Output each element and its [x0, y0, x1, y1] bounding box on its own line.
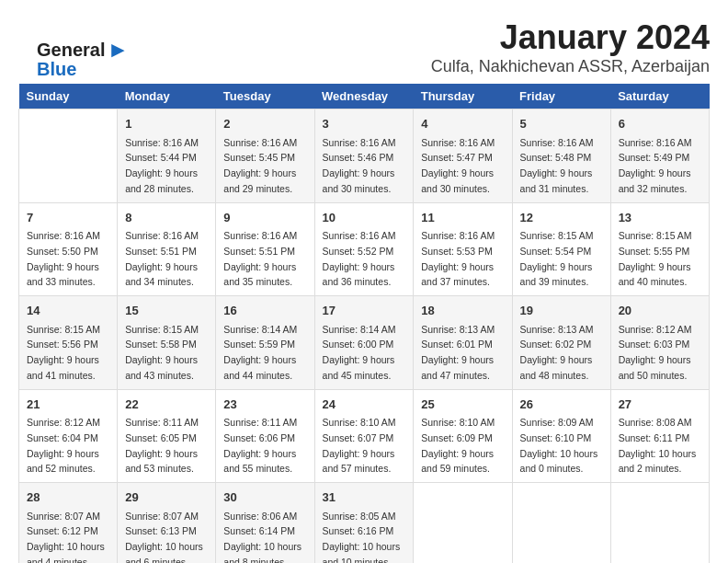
daylight-text: Daylight: 9 hours and 45 minutes.: [323, 354, 395, 381]
cell-week4-day3: 24 Sunrise: 8:10 AM Sunset: 6:07 PM Dayl…: [314, 389, 414, 483]
sunrise-text: Sunrise: 8:07 AM: [27, 511, 100, 522]
header-saturday: Saturday: [610, 84, 709, 109]
cell-week2-day0: 7 Sunrise: 8:16 AM Sunset: 5:50 PM Dayli…: [19, 202, 118, 296]
cell-week3-day6: 20 Sunrise: 8:12 AM Sunset: 6:03 PM Dayl…: [610, 296, 709, 390]
day-number: 25: [421, 396, 504, 414]
day-number: 10: [323, 209, 406, 227]
day-number: 6: [619, 115, 701, 133]
header-friday: Friday: [512, 84, 610, 109]
sunrise-text: Sunrise: 8:16 AM: [619, 137, 692, 148]
sunset-text: Sunset: 5:55 PM: [619, 246, 690, 257]
sunset-text: Sunset: 6:09 PM: [421, 432, 493, 443]
sunrise-text: Sunrise: 8:16 AM: [323, 137, 396, 148]
cell-week3-day5: 19 Sunrise: 8:13 AM Sunset: 6:02 PM Dayl…: [512, 296, 610, 390]
sunset-text: Sunset: 5:58 PM: [125, 339, 197, 350]
week-row-1: 1 Sunrise: 8:16 AM Sunset: 5:44 PM Dayli…: [19, 109, 710, 203]
cell-week4-day1: 22 Sunrise: 8:11 AM Sunset: 6:05 PM Dayl…: [118, 389, 216, 483]
day-number: 26: [520, 396, 603, 414]
day-number: 2: [223, 115, 306, 133]
day-number: 1: [125, 115, 208, 133]
header-thursday: Thursday: [414, 84, 512, 109]
daylight-text: Daylight: 10 hours and 0 minutes.: [520, 448, 598, 475]
day-number: 11: [421, 209, 504, 227]
weekday-header-row: Sunday Monday Tuesday Wednesday Thursday…: [19, 84, 710, 109]
sunset-text: Sunset: 6:00 PM: [323, 339, 394, 350]
day-number: 4: [421, 115, 504, 133]
cell-week4-day0: 21 Sunrise: 8:12 AM Sunset: 6:04 PM Dayl…: [19, 389, 118, 483]
sunset-text: Sunset: 6:13 PM: [125, 525, 197, 536]
cell-week5-day3: 31 Sunrise: 8:05 AM Sunset: 6:16 PM Dayl…: [314, 483, 414, 564]
day-number: 24: [323, 396, 406, 414]
cell-week1-day3: 3 Sunrise: 8:16 AM Sunset: 5:46 PM Dayli…: [314, 109, 414, 203]
daylight-text: Daylight: 10 hours and 2 minutes.: [619, 448, 697, 475]
cell-week4-day6: 27 Sunrise: 8:08 AM Sunset: 6:11 PM Dayl…: [610, 389, 709, 483]
cell-week3-day4: 18 Sunrise: 8:13 AM Sunset: 6:01 PM Dayl…: [414, 296, 512, 390]
daylight-text: Daylight: 9 hours and 53 minutes.: [125, 448, 198, 475]
sunset-text: Sunset: 5:50 PM: [27, 246, 98, 257]
daylight-text: Daylight: 9 hours and 48 minutes.: [520, 354, 593, 381]
calendar-table: Sunday Monday Tuesday Wednesday Thursday…: [18, 84, 710, 563]
daylight-text: Daylight: 9 hours and 50 minutes.: [619, 354, 691, 381]
daylight-text: Daylight: 9 hours and 40 minutes.: [619, 261, 691, 288]
daylight-text: Daylight: 10 hours and 6 minutes.: [125, 541, 203, 563]
sunrise-text: Sunrise: 8:16 AM: [520, 137, 594, 148]
sunrise-text: Sunrise: 8:13 AM: [421, 324, 495, 335]
sunrise-text: Sunrise: 8:09 AM: [520, 417, 594, 428]
daylight-text: Daylight: 9 hours and 55 minutes.: [223, 448, 296, 475]
sunrise-text: Sunrise: 8:11 AM: [223, 417, 297, 428]
cell-week5-day2: 30 Sunrise: 8:06 AM Sunset: 6:14 PM Dayl…: [216, 483, 314, 564]
cell-week2-day6: 13 Sunrise: 8:15 AM Sunset: 5:55 PM Dayl…: [610, 202, 709, 296]
sunrise-text: Sunrise: 8:16 AM: [223, 230, 297, 241]
sunset-text: Sunset: 6:11 PM: [619, 432, 690, 443]
sunset-text: Sunset: 6:12 PM: [27, 525, 98, 536]
cell-week2-day1: 8 Sunrise: 8:16 AM Sunset: 5:51 PM Dayli…: [118, 202, 216, 296]
sunrise-text: Sunrise: 8:10 AM: [421, 417, 495, 428]
logo-blue: Blue: [37, 59, 76, 80]
daylight-text: Daylight: 9 hours and 41 minutes.: [27, 354, 99, 381]
day-number: 28: [27, 488, 109, 507]
sunset-text: Sunset: 5:51 PM: [125, 246, 197, 257]
daylight-text: Daylight: 9 hours and 29 minutes.: [223, 167, 296, 194]
header-wednesday: Wednesday: [314, 84, 414, 109]
cell-week3-day2: 16 Sunrise: 8:14 AM Sunset: 5:59 PM Dayl…: [216, 296, 314, 390]
cell-week5-day6: [610, 483, 709, 564]
sunset-text: Sunset: 6:02 PM: [520, 339, 592, 350]
day-number: 27: [619, 396, 701, 414]
sunset-text: Sunset: 5:47 PM: [421, 152, 493, 163]
daylight-text: Daylight: 9 hours and 30 minutes.: [421, 167, 494, 194]
sunrise-text: Sunrise: 8:15 AM: [619, 230, 692, 241]
cell-week4-day2: 23 Sunrise: 8:11 AM Sunset: 6:06 PM Dayl…: [216, 389, 314, 483]
daylight-text: Daylight: 10 hours and 8 minutes.: [223, 541, 301, 563]
sunset-text: Sunset: 6:14 PM: [223, 525, 295, 536]
cell-week5-day1: 29 Sunrise: 8:07 AM Sunset: 6:13 PM Dayl…: [118, 483, 216, 564]
week-row-2: 7 Sunrise: 8:16 AM Sunset: 5:50 PM Dayli…: [19, 202, 710, 296]
sunset-text: Sunset: 5:51 PM: [223, 246, 295, 257]
day-number: 14: [27, 302, 109, 320]
sunset-text: Sunset: 5:46 PM: [323, 152, 394, 163]
sunrise-text: Sunrise: 8:11 AM: [125, 417, 199, 428]
day-number: 19: [520, 302, 603, 320]
sunset-text: Sunset: 5:44 PM: [125, 152, 197, 163]
cell-week1-day6: 6 Sunrise: 8:16 AM Sunset: 5:49 PM Dayli…: [610, 109, 709, 203]
header-sunday: Sunday: [19, 84, 118, 109]
day-number: 12: [520, 209, 603, 227]
cell-week2-day5: 12 Sunrise: 8:15 AM Sunset: 5:54 PM Dayl…: [512, 202, 610, 296]
sunrise-text: Sunrise: 8:16 AM: [223, 137, 297, 148]
sunset-text: Sunset: 6:01 PM: [421, 339, 493, 350]
day-number: 18: [421, 302, 504, 320]
cell-week1-day1: 1 Sunrise: 8:16 AM Sunset: 5:44 PM Dayli…: [118, 109, 216, 203]
sunrise-text: Sunrise: 8:10 AM: [323, 417, 396, 428]
sunset-text: Sunset: 5:53 PM: [421, 246, 493, 257]
daylight-text: Daylight: 9 hours and 39 minutes.: [520, 261, 593, 288]
cell-week2-day4: 11 Sunrise: 8:16 AM Sunset: 5:53 PM Dayl…: [414, 202, 512, 296]
daylight-text: Daylight: 9 hours and 34 minutes.: [125, 261, 198, 288]
week-row-3: 14 Sunrise: 8:15 AM Sunset: 5:56 PM Dayl…: [19, 296, 710, 390]
cell-week1-day5: 5 Sunrise: 8:16 AM Sunset: 5:48 PM Dayli…: [512, 109, 610, 203]
day-number: 21: [27, 396, 109, 414]
sunset-text: Sunset: 6:07 PM: [323, 432, 394, 443]
sunrise-text: Sunrise: 8:08 AM: [619, 417, 692, 428]
sunset-text: Sunset: 5:48 PM: [520, 152, 592, 163]
cell-week1-day0: [19, 109, 118, 203]
cell-week4-day5: 26 Sunrise: 8:09 AM Sunset: 6:10 PM Dayl…: [512, 389, 610, 483]
sunset-text: Sunset: 6:05 PM: [125, 432, 197, 443]
